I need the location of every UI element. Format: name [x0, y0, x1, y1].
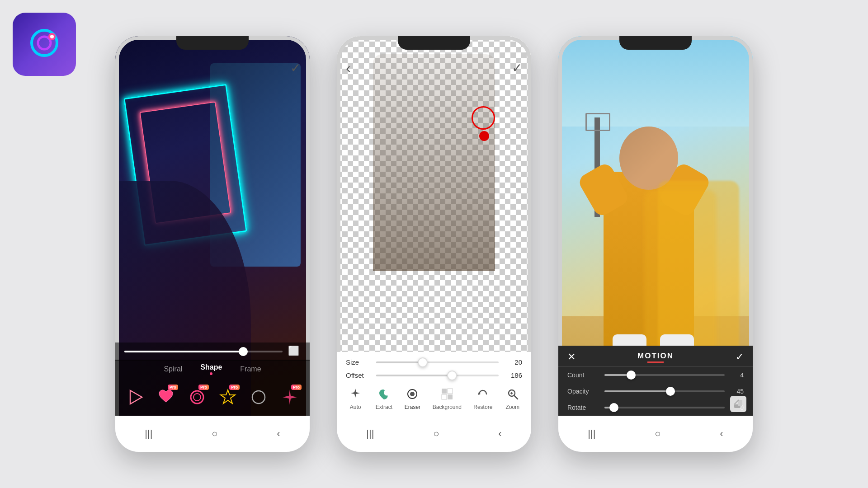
motion-check[interactable]: ✓	[736, 351, 744, 363]
offset-fill	[376, 375, 452, 376]
shape-heart[interactable]: Pro	[153, 384, 179, 411]
pro-badge-ring: Pro	[198, 385, 209, 390]
tab-spiral[interactable]: Spiral	[164, 365, 182, 373]
tab-shape[interactable]: Shape	[200, 363, 222, 371]
phone-3-content: ✕ MOTION ✓ Count 4	[558, 36, 753, 452]
tool-restore[interactable]: Restore	[473, 386, 492, 410]
phone-2-content: Size 20 Offset 186	[337, 36, 531, 452]
rotate-track[interactable]	[604, 407, 725, 408]
phone-1-nav-home[interactable]: ○	[212, 428, 217, 440]
phone-1-slider-track[interactable]	[124, 351, 283, 352]
phone-2-back[interactable]: ‹	[346, 60, 351, 76]
phone-3-nav-menu[interactable]: |||	[588, 428, 595, 440]
app-icon[interactable]	[13, 13, 76, 76]
size-thumb[interactable]	[418, 357, 428, 367]
phone-2-nav-menu[interactable]: |||	[366, 428, 374, 440]
shape-star[interactable]: Pro	[215, 384, 241, 411]
svg-rect-12	[448, 389, 453, 394]
tool-eraser[interactable]: Eraser	[404, 386, 420, 410]
phone-2-bottom-nav: ||| ○ ‹	[337, 416, 531, 452]
rotate-thumb[interactable]	[609, 403, 618, 412]
offset-slider-row[interactable]: Offset 186	[337, 369, 531, 382]
phone-3-notch	[619, 36, 692, 50]
red-circle-eraser	[472, 106, 495, 130]
opacity-thumb[interactable]	[666, 387, 675, 396]
tool-extract[interactable]: Extract	[376, 386, 392, 410]
shape-sparkle[interactable]: Pro	[277, 384, 302, 411]
svg-point-8	[252, 391, 265, 404]
shape-play-triangle[interactable]	[123, 384, 148, 411]
opacity-slider-row[interactable]: Opacity 45	[558, 383, 753, 399]
eraser-tool-btn[interactable]	[730, 396, 746, 412]
offset-track[interactable]	[376, 375, 499, 376]
extract-icon	[376, 386, 392, 402]
svg-marker-4	[130, 390, 142, 404]
tool-background-label: Background	[433, 404, 462, 410]
shape-circle-ring[interactable]: Pro	[184, 384, 210, 411]
size-slider-row[interactable]: Size 20	[337, 356, 531, 369]
tool-auto-label: Auto	[350, 404, 361, 410]
phone-3-toolbar: ✕ MOTION ✓ Count 4	[558, 346, 753, 416]
svg-point-3	[50, 35, 54, 38]
phone-1-eraser-icon[interactable]: ⬜	[288, 345, 301, 358]
count-track[interactable]	[604, 374, 725, 376]
phone-3-nav-back[interactable]: ‹	[720, 428, 723, 440]
restore-icon	[475, 386, 491, 402]
svg-rect-13	[442, 394, 447, 399]
phone-1-top-bar: ✓	[115, 59, 310, 77]
offset-thumb[interactable]	[447, 371, 457, 380]
phone-1-bottom-nav: ||| ○ ‹	[115, 416, 310, 452]
count-thumb[interactable]	[627, 371, 636, 380]
phone-2-check[interactable]: ✓	[512, 61, 522, 75]
phone-3: ✕ MOTION ✓ Count 4	[558, 36, 753, 452]
phone-1: ⬜ Spiral Shape Frame Pro	[115, 36, 310, 452]
offset-value: 186	[504, 371, 522, 379]
count-slider-row[interactable]: Count 4	[558, 367, 753, 383]
phone-1-slider-area[interactable]: ⬜	[115, 343, 310, 361]
phone-1-check[interactable]: ✓	[290, 61, 301, 75]
phone-1-slider-fill	[124, 351, 243, 352]
tab-frame[interactable]: Frame	[240, 365, 261, 373]
size-track[interactable]	[376, 361, 499, 363]
phone-2-nav-home[interactable]: ○	[433, 428, 439, 440]
phone-1-tabs: Spiral Shape Frame	[115, 360, 310, 379]
tool-background[interactable]: Background	[433, 386, 462, 410]
rotate-label: Rotate	[567, 404, 599, 411]
phone-1-shapes-row: Pro Pro Pro	[115, 379, 310, 416]
pro-badge-star: Pro	[229, 385, 240, 390]
zoom-icon	[505, 386, 521, 402]
phone-2-top-bar: ‹ ✓	[337, 59, 531, 77]
phone-2-notch	[398, 36, 470, 50]
size-value: 20	[504, 358, 522, 366]
svg-point-5	[191, 391, 203, 404]
opacity-fill	[604, 390, 670, 392]
opacity-value: 45	[730, 388, 744, 395]
motion-close[interactable]: ✕	[567, 351, 576, 363]
motion-header: ✕ MOTION ✓	[558, 346, 753, 367]
svg-rect-14	[448, 394, 453, 399]
pro-badge-heart: Pro	[168, 385, 178, 390]
rotate-slider-row[interactable]: Rotate 0	[558, 399, 753, 416]
tool-eraser-label: Eraser	[405, 404, 420, 410]
motion-title-container: MOTION	[637, 352, 674, 363]
phone-2-nav-back[interactable]: ‹	[498, 428, 501, 440]
svg-point-1	[38, 37, 51, 49]
svg-line-17	[514, 395, 518, 399]
phone-1-nav-menu[interactable]: |||	[145, 428, 152, 440]
phone-1-slider-thumb[interactable]	[239, 347, 248, 356]
svg-rect-11	[442, 389, 447, 394]
person-extracted	[373, 54, 495, 271]
size-fill	[376, 361, 423, 363]
tool-zoom[interactable]: Zoom	[505, 386, 521, 410]
hoop-backboard	[585, 113, 610, 131]
opacity-track[interactable]	[604, 390, 725, 392]
phone-1-nav-back[interactable]: ‹	[277, 428, 280, 440]
shape-circle-outline[interactable]	[246, 384, 271, 411]
tool-restore-label: Restore	[473, 404, 492, 410]
tool-extract-label: Extract	[376, 404, 392, 410]
size-label: Size	[346, 358, 371, 366]
phone-3-nav-home[interactable]: ○	[655, 428, 660, 440]
svg-point-10	[410, 392, 415, 396]
tool-auto[interactable]: Auto	[347, 386, 363, 410]
tool-zoom-label: Zoom	[505, 404, 519, 410]
